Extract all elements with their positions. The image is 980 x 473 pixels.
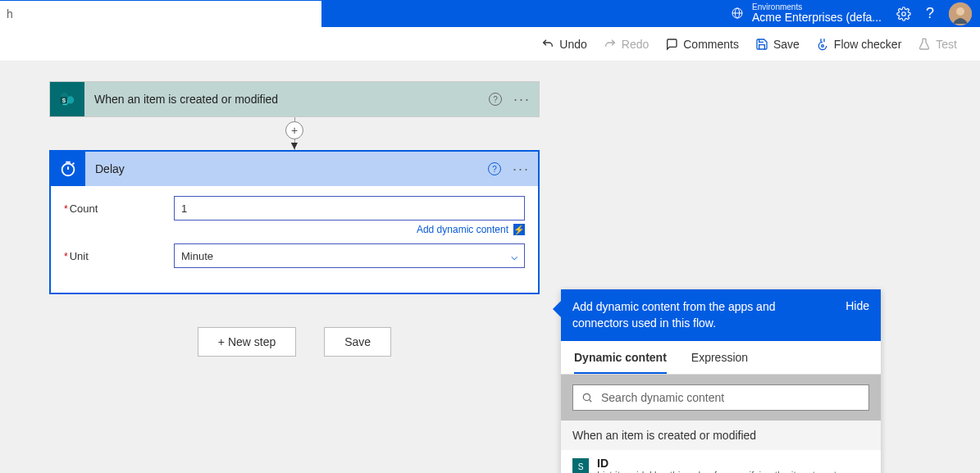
flow-checker-icon [816,38,829,51]
action-card-delay: Delay ? ··· *Count 1 Add dynamic content… [49,150,540,294]
flyout-search-input[interactable]: Search dynamic content [572,384,869,411]
tab-dynamic-content[interactable]: Dynamic content [574,351,667,374]
comments-button[interactable]: Comments [665,38,739,51]
search-text: h [7,7,13,20]
sharepoint-small-icon: S [572,458,589,473]
comments-icon [665,38,678,51]
save-icon [755,38,768,51]
undo-button[interactable]: Undo [541,38,586,51]
environment-name: Acme Enterprises (defa... [752,11,882,24]
connector: + ▼ [49,117,540,150]
svg-point-17 [583,394,590,401]
arrow-down-icon: ▼ [289,139,300,152]
flyout-hide-button[interactable]: Hide [846,299,869,312]
save-button[interactable]: Save [755,38,800,51]
global-search-input[interactable]: h [0,1,321,27]
test-icon [918,38,931,51]
svg-point-6 [822,44,824,47]
flyout-header-text: Add dynamic content from the apps and co… [572,299,818,331]
save-flow-button[interactable]: Save [324,327,391,357]
dynamic-content-flyout: Add dynamic content from the apps and co… [561,289,881,473]
count-input[interactable]: 1 [174,196,525,221]
search-icon [581,392,593,403]
trigger-help-icon[interactable]: ? [489,93,502,106]
new-step-button[interactable]: + New step [198,327,296,357]
svg-line-16 [73,163,75,165]
dynamic-content-item[interactable]: S ID List item id. Use this value for sp… [561,450,881,473]
svg-line-18 [589,400,591,403]
undo-icon [541,38,554,51]
environment-picker[interactable]: Environments Acme Enterprises (defa... [731,2,882,24]
count-label: *Count [64,202,174,215]
sharepoint-icon: S [50,82,84,116]
action-help-icon[interactable]: ? [488,162,501,175]
svg-text:S: S [62,98,66,103]
trigger-menu-icon[interactable]: ··· [513,91,531,108]
trigger-title: When an item is created or modified [84,93,489,106]
action-menu-icon[interactable]: ··· [513,161,530,178]
svg-point-5 [956,7,964,16]
test-button: Test [918,38,957,51]
action-title: Delay [85,162,488,175]
redo-button: Redo [604,38,649,51]
add-dynamic-content-link[interactable]: Add dynamic content ⚡ [417,224,525,235]
trigger-card[interactable]: S When an item is created or modified ? … [49,81,540,117]
unit-label: *Unit [64,250,174,262]
redo-icon [604,38,617,51]
tab-expression[interactable]: Expression [691,351,748,374]
svg-point-3 [902,11,906,16]
environment-icon [731,7,744,20]
chevron-down-icon: ⌵ [511,249,517,262]
gear-icon[interactable] [896,7,911,21]
dynamic-content-icon: ⚡ [513,224,525,235]
delay-icon [51,152,85,186]
unit-select[interactable]: Minute ⌵ [174,243,525,268]
environment-label: Environments [752,2,882,11]
user-avatar[interactable] [949,2,972,25]
flyout-group-header: When an item is created or modified [561,421,881,450]
add-step-between-button[interactable]: + [285,121,303,139]
action-header[interactable]: Delay ? ··· [51,152,538,186]
help-icon[interactable]: ? [926,5,934,22]
flow-checker-button[interactable]: Flow checker [816,38,901,51]
